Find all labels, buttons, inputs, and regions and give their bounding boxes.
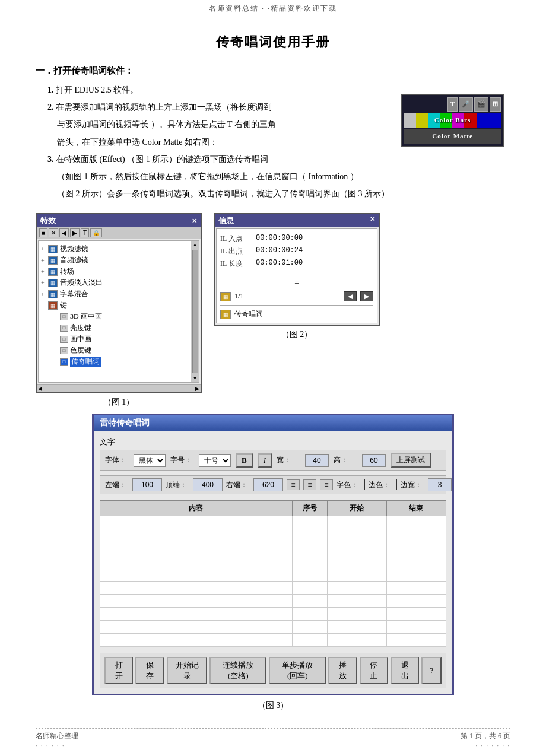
cell-start-9 — [327, 621, 386, 634]
cell-content-1[interactable] — [100, 516, 293, 529]
tb-btn-lock[interactable]: 🔒 — [90, 228, 102, 237]
legend-controls-row1: 字体： 黑体 字号： 十号 B I 宽： 40 高： 上屏测试 — [100, 450, 446, 471]
tree-item-key[interactable]: - ▦ 键 — [41, 300, 188, 311]
cell-end-3 — [386, 542, 446, 555]
border-width-input[interactable] — [428, 478, 452, 491]
sub-icon-3: □ — [60, 336, 68, 343]
open-btn[interactable]: 打开 — [104, 657, 133, 684]
tree-item-audio-fade[interactable]: + ▦ 音频淡入淡出 — [41, 277, 188, 288]
play-btn[interactable]: 播放 — [328, 657, 357, 684]
hscroll-left[interactable]: ◀ — [38, 386, 42, 392]
tb-btn-2[interactable]: ✕ — [49, 228, 58, 237]
right-input[interactable] — [253, 478, 283, 491]
cell-content-4[interactable] — [100, 555, 293, 568]
page-footer: 名师精心整理 · · · · · · 第 1 页，共 6 页 · · · · ·… — [36, 728, 510, 750]
tb-btn-3[interactable]: ◀ — [59, 228, 69, 237]
screen-test-btn[interactable]: 上屏测试 — [391, 453, 431, 468]
bold-btn[interactable]: B — [236, 453, 253, 468]
scroll-down-icon[interactable]: ▼ — [192, 374, 199, 382]
scroll-up-icon[interactable]: ▲ — [192, 241, 199, 249]
scroll-thumb[interactable] — [192, 250, 198, 373]
start-record-btn[interactable]: 开始记录 — [167, 657, 208, 684]
stop-btn[interactable]: 停止 — [360, 657, 388, 684]
align-right-btn[interactable]: ≡ — [320, 479, 333, 490]
left-label: 左端： — [105, 480, 129, 490]
top-input[interactable] — [193, 478, 223, 491]
color-matte-label: Color Matte — [432, 131, 473, 142]
align-left-btn[interactable]: ≡ — [287, 479, 300, 490]
cell-seq-4 — [292, 555, 327, 568]
height-label: 高： — [334, 455, 357, 465]
font-label: 字体： — [105, 455, 129, 465]
table-header-row: 内容 序号 开始 结束 — [100, 501, 446, 516]
figure1-container: 特效 ✕ ■ ✕ ◀ ▶ T 🔒 + — [36, 213, 202, 408]
cell-content-7[interactable] — [100, 595, 293, 608]
hscroll-right[interactable]: ▶ — [195, 386, 199, 392]
cell-content-9[interactable] — [100, 621, 293, 634]
step-play-btn[interactable]: 单步播放(回车) — [269, 657, 326, 684]
expand-icon-6: - — [41, 302, 48, 309]
folder-icon-3: ▦ — [48, 268, 58, 276]
cell-content-3[interactable] — [100, 542, 293, 555]
border-color-swatch[interactable] — [396, 479, 397, 490]
tree-item-subtitle-mix[interactable]: + ▦ 字幕混合 — [41, 288, 188, 300]
cell-content-6[interactable] — [100, 582, 293, 595]
font-dropdown[interactable]: 黑体 — [134, 454, 166, 467]
cell-start-6 — [327, 582, 386, 595]
align-center-btn[interactable]: ≡ — [303, 479, 316, 490]
tb-btn-5[interactable]: T — [81, 228, 89, 237]
footer-left-text: 名师精心整理 — [36, 732, 78, 740]
plugin-icon: ▦ — [220, 310, 231, 319]
cell-end-7 — [386, 595, 446, 608]
info-title: 信息 — [218, 215, 234, 226]
color-bars-top: T 🎤 🎬 ⊞ — [404, 97, 501, 112]
save-btn[interactable]: 保存 — [135, 657, 164, 684]
table-row — [100, 621, 446, 634]
tree-sub-chroma[interactable]: □ 色度键 — [41, 345, 188, 356]
table-row — [100, 595, 446, 608]
tree-sub-legend[interactable]: □ 传奇唱词 — [41, 356, 188, 367]
font-color-swatch[interactable] — [364, 479, 365, 490]
size-dropdown[interactable]: 十号 — [199, 454, 231, 467]
effects-title: 特效 — [40, 215, 56, 226]
tree-sub-3dpip[interactable]: □ 3D 画中画 — [41, 311, 188, 322]
sub-label-legend: 传奇唱词 — [70, 357, 101, 367]
tree-label-audiofade: 音频淡入淡出 — [60, 278, 103, 288]
cell-seq-6 — [292, 582, 327, 595]
tree-label-subtitlemix: 字幕混合 — [60, 289, 88, 299]
effects-panel: 特效 ✕ ■ ✕ ◀ ▶ T 🔒 + — [36, 213, 202, 393]
width-input[interactable]: 40 — [305, 454, 329, 467]
help-btn[interactable]: ? — [421, 657, 442, 684]
figure3-caption: （图 3） — [258, 700, 289, 711]
cell-content-5[interactable] — [100, 568, 293, 582]
tb-btn-4[interactable]: ▶ — [70, 228, 80, 237]
expand-icon-5: + — [41, 291, 48, 297]
info-body: IL 入点 00:00:00:00 IL 出点 00:00:00:24 IL 长… — [216, 228, 377, 323]
cell-content-10[interactable] — [100, 634, 293, 647]
cell-seq-7 — [292, 595, 327, 608]
info-prev-btn[interactable]: ◀ — [344, 291, 357, 301]
height-input[interactable] — [362, 454, 386, 467]
info-next-btn[interactable]: ▶ — [360, 291, 373, 301]
cell-seq-10 — [292, 634, 327, 647]
cell-end-10 — [386, 634, 446, 647]
step-3-text3: （图 2 所示）会多一条传奇唱词选项。双击传奇唱词，就进入了传奇唱词界面（图 3… — [57, 189, 389, 198]
tree-sub-brightness[interactable]: □ 亮度键 — [41, 322, 188, 333]
tree-item-transition[interactable]: + ▦ 转场 — [41, 266, 188, 277]
italic-btn[interactable]: I — [258, 453, 272, 468]
tree-item-video-filter[interactable]: + ▦ 视频滤镜 — [41, 243, 188, 255]
tree-sub-pip[interactable]: □ 画中画 — [41, 333, 188, 345]
cell-content-8[interactable] — [100, 608, 293, 621]
info-close-icon[interactable]: ✕ — [370, 215, 375, 226]
step-3-line2: （如图 1 所示，然后按住鼠标左键，将它拖到黑场上，在信息窗口（ Informa… — [47, 169, 510, 184]
cell-content-2[interactable] — [100, 529, 293, 542]
exit-btn[interactable]: 退出 — [391, 657, 419, 684]
step-2-text2: 与要添加唱词的视频等长 ）。具体方法是点击 T 右侧的三角 — [57, 120, 276, 129]
effects-close-icon[interactable]: ✕ — [192, 217, 197, 225]
continuous-play-btn[interactable]: 连续播放(空格) — [209, 657, 266, 684]
cell-start-10 — [327, 634, 386, 647]
effects-scrollbar[interactable]: ▲ ▼ — [191, 241, 199, 382]
tb-btn-1[interactable]: ■ — [39, 228, 47, 237]
left-input[interactable] — [132, 478, 162, 491]
tree-item-audio-filter[interactable]: + ▦ 音频滤镜 — [41, 255, 188, 266]
